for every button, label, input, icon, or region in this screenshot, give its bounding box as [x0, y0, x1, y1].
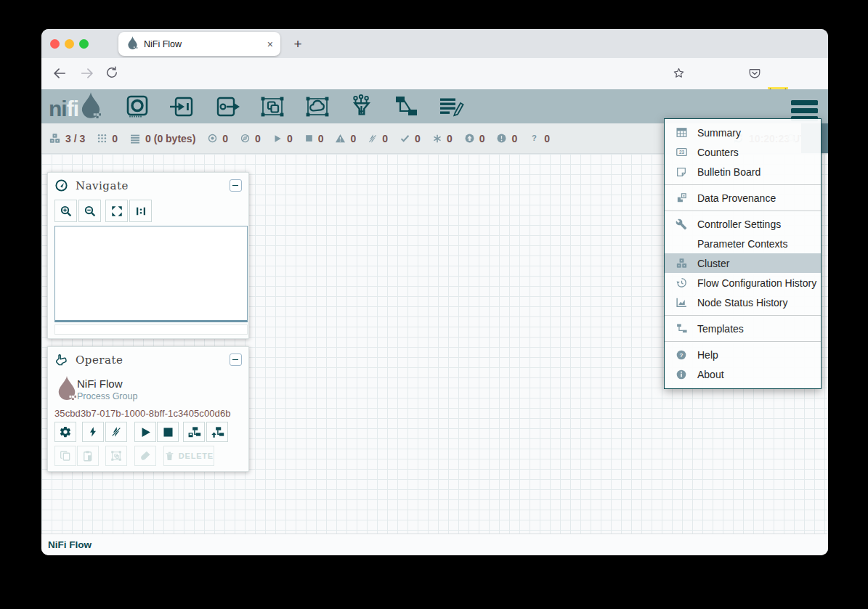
browser-navbar: 192.168.40.11:8080/nifi/ local — [41, 58, 828, 89]
zoom-in-button[interactable] — [54, 200, 77, 222]
status-not-transmitting: 0 — [240, 133, 261, 144]
status-disabled: 0 — [368, 133, 388, 144]
provenance-icon — [674, 192, 689, 204]
menu-label: Cluster — [697, 258, 729, 269]
locally-modified-count: 0 — [447, 133, 453, 144]
menu-item-counters[interactable]: 23 Counters — [665, 142, 821, 162]
processor-drag-icon[interactable] — [124, 94, 150, 120]
area-chart-icon — [674, 296, 689, 308]
input-port-drag-icon[interactable] — [169, 94, 195, 120]
funnel-drag-icon[interactable] — [349, 94, 374, 120]
status-clustered-nodes: 3 / 3 — [49, 132, 85, 144]
copy-button[interactable] — [54, 446, 76, 466]
stop-button[interactable] — [157, 422, 179, 442]
status-transmitting: 0 — [207, 133, 228, 144]
browser-tab[interactable]: NiFi Flow × — [118, 32, 280, 56]
zoom-actual-size-button[interactable] — [129, 200, 152, 222]
queued-count: 0 (0 bytes) — [145, 133, 195, 144]
menu-item-controller-settings[interactable]: Controller Settings — [665, 214, 821, 234]
component-palette — [124, 94, 464, 120]
birdseye-brush[interactable] — [54, 324, 248, 335]
save-template-button[interactable] — [183, 422, 205, 442]
navigate-collapse-button[interactable] — [230, 179, 242, 192]
disabled-count: 0 — [382, 133, 388, 144]
selected-component-name: NiFi Flow — [77, 377, 123, 390]
reload-icon[interactable] — [105, 65, 121, 81]
menu-item-node-status-history[interactable]: Node Status History — [665, 293, 821, 312]
menu-item-bulletin-board[interactable]: Bulletin Board — [665, 162, 821, 181]
birdseye-minimap[interactable] — [54, 226, 248, 322]
breadcrumb-root[interactable]: NiFi Flow — [48, 539, 92, 550]
bulletin-board-icon — [674, 166, 689, 178]
running-count: 0 — [287, 133, 293, 144]
menu-item-flow-configuration-history[interactable]: Flow Configuration History — [665, 273, 821, 293]
menu-item-cluster[interactable]: Cluster — [665, 253, 821, 273]
status-up-to-date: 0 — [399, 133, 421, 144]
active-threads-count: 0 — [112, 133, 118, 144]
disable-button[interactable] — [105, 422, 127, 442]
stop-icon — [304, 134, 314, 143]
status-locally-modified: 0 — [432, 133, 453, 144]
menu-item-help[interactable]: ? Help — [665, 345, 821, 364]
delete-label: DELETE — [179, 451, 214, 460]
new-tab-button[interactable]: + — [288, 35, 307, 54]
bookmark-star-icon[interactable] — [673, 67, 689, 83]
upload-template-button[interactable] — [206, 422, 228, 442]
menu-item-parameter-contexts[interactable]: Parameter Contexts — [665, 234, 821, 253]
menu-label: Data Provenance — [697, 192, 776, 204]
menu-label: Counters — [697, 147, 739, 158]
status-locally-modified-and-stale: 0 — [496, 133, 517, 144]
menu-separator — [665, 341, 821, 342]
menu-item-summary[interactable]: Summary — [665, 123, 821, 142]
paste-button[interactable] — [77, 446, 99, 466]
bolt-slash-icon — [368, 134, 378, 144]
pocket-icon[interactable] — [748, 67, 764, 83]
label-drag-icon[interactable] — [438, 94, 464, 120]
menu-separator — [665, 315, 821, 316]
window-close-button[interactable] — [50, 39, 60, 49]
counters-icon: 23 — [674, 146, 689, 158]
selected-component-id: 35cbd3b7-017b-1000-8bff-1c3405c00d6b — [54, 408, 231, 419]
status-stale: 0 — [464, 133, 485, 144]
operate-collapse-button[interactable] — [230, 353, 242, 366]
start-button[interactable] — [134, 422, 156, 442]
template-drag-icon[interactable] — [393, 94, 419, 120]
navigate-toolbar — [48, 200, 248, 222]
screenshot-root: NiFi Flow × + 192.168.40.11:8080/nifi/ — [0, 0, 868, 609]
history-icon — [674, 277, 689, 289]
nifi-logo: nifi — [49, 92, 101, 121]
help-icon: ? — [674, 349, 689, 361]
zoom-out-button[interactable] — [78, 200, 101, 222]
delete-button[interactable]: DELETE — [163, 446, 214, 466]
menu-label: Node Status History — [697, 297, 788, 308]
remote-process-group-drag-icon[interactable] — [304, 94, 330, 120]
play-icon — [272, 134, 283, 144]
menu-item-templates[interactable]: Templates — [665, 319, 821, 338]
output-port-drag-icon[interactable] — [214, 94, 240, 120]
menu-label: Flow Configuration History — [697, 277, 816, 289]
tab-close-icon[interactable]: × — [267, 39, 273, 49]
cluster-cubes-icon — [674, 257, 689, 269]
enable-button[interactable] — [82, 422, 104, 442]
process-group-drag-icon[interactable] — [259, 94, 285, 120]
window-zoom-button[interactable] — [79, 39, 89, 49]
template-icon — [674, 322, 689, 335]
tab-title: NiFi Flow — [144, 39, 267, 49]
menu-item-data-provenance[interactable]: Data Provenance — [665, 188, 821, 208]
group-button[interactable] — [105, 446, 127, 466]
navigate-header: Navigate — [48, 173, 248, 197]
zoom-fit-button[interactable] — [105, 200, 128, 222]
window-minimize-button[interactable] — [65, 39, 74, 49]
configure-button[interactable] — [54, 422, 76, 442]
forward-icon[interactable] — [79, 65, 95, 81]
menu-label: Templates — [697, 323, 744, 335]
stale-count: 0 — [479, 133, 485, 144]
change-color-brush-button[interactable] — [134, 446, 156, 466]
back-icon[interactable] — [52, 65, 68, 81]
summary-table-icon — [674, 126, 689, 139]
menu-item-about[interactable]: About — [665, 364, 821, 384]
stopped-count: 0 — [318, 133, 324, 144]
operate-header: Operate — [48, 347, 248, 371]
svg-text:?: ? — [680, 352, 684, 359]
info-icon — [674, 369, 689, 380]
